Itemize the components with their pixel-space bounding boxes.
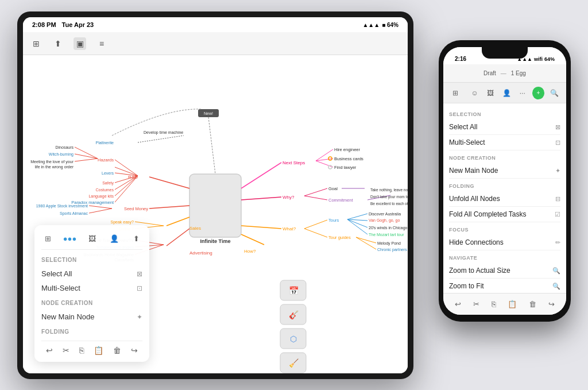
phone-navigate-label: NAVIGATE <box>449 255 560 261</box>
phone-screen: 2:16 ▲▲▲ wifi 64% Draft — 1 Egg ⊞ ☺ 🖼 👤 <box>443 47 566 315</box>
phone-folding-label: FOLDING <box>449 183 560 189</box>
panel-dots-icon[interactable]: ●●● <box>64 232 76 245</box>
phone-zoom-actual-icon: 🔍 <box>552 267 560 275</box>
svg-line-28 <box>304 220 327 229</box>
svg-text:Take nothing, leave not...: Take nothing, leave not... <box>370 188 408 192</box>
select-all-row[interactable]: Select All ⊠ <box>41 267 142 281</box>
svg-text:Why?: Why? <box>283 195 295 200</box>
svg-line-48 <box>75 147 98 159</box>
svg-line-81 <box>241 234 264 245</box>
share-icon[interactable]: ⬆ <box>52 37 64 50</box>
svg-line-36 <box>347 219 368 234</box>
svg-line-65 <box>115 176 138 202</box>
panel-image-icon[interactable]: 🖼 <box>86 232 98 245</box>
svg-line-17 <box>304 188 327 196</box>
panel-share-icon[interactable]: ⬆ <box>130 232 142 245</box>
phone-zoom-actual-row[interactable]: Zoom to Actual Size 🔍 <box>449 263 560 279</box>
phone-more-icon[interactable]: ··· <box>516 87 529 99</box>
new-main-node-row[interactable]: New Main Node ✦ <box>41 310 142 324</box>
nav-separator: — <box>501 70 506 76</box>
grid-icon[interactable]: ⊞ <box>30 37 42 50</box>
svg-text:Meeting the love of your: Meeting the love of your <box>30 160 74 164</box>
undo-icon[interactable]: ↩ <box>46 346 53 355</box>
delete-icon[interactable]: 🗑 <box>113 346 121 355</box>
svg-line-12 <box>316 161 333 167</box>
phone-new-main-node: New Main Node <box>449 167 498 175</box>
multi-select-row[interactable]: Multi-Select ⊡ <box>41 281 142 295</box>
svg-text:Develop time machine: Develop time machine <box>144 130 183 135</box>
phone-grid-icon[interactable]: ⊞ <box>449 87 462 99</box>
svg-text:Don't take your mom to...: Don't take your mom to... <box>370 195 408 199</box>
phone-zoom-actual: Zoom to Actual Size <box>449 267 510 275</box>
phone-multi-select-row[interactable]: Multi-Select ⊡ <box>449 135 560 150</box>
phone-wifi-icon: wifi <box>534 56 543 62</box>
svg-text:Sports Almanac: Sports Almanac <box>60 211 88 216</box>
phone-new-main-node-row[interactable]: New Main Node ✦ <box>449 163 560 179</box>
phone-redo-icon[interactable]: ↪ <box>548 300 555 308</box>
svg-line-67 <box>138 136 184 142</box>
phone-unfold-all-row[interactable]: Unfold All Nodes ⊟ <box>449 191 560 207</box>
phone-delete-icon[interactable]: 🗑 <box>529 300 536 308</box>
phone-notch <box>482 47 528 59</box>
phone-copy-icon[interactable]: ⎘ <box>492 300 496 308</box>
phone-zoom-fit: Zoom to Fit <box>449 282 484 290</box>
svg-text:Costumes: Costumes <box>95 188 114 192</box>
phone-smile-icon[interactable]: ☺ <box>469 87 481 99</box>
svg-text:The Mozart tart tour: The Mozart tart tour <box>369 233 404 237</box>
phone-image-icon[interactable]: 🖼 <box>484 87 497 99</box>
svg-line-52 <box>75 159 98 161</box>
redo-icon[interactable]: ↪ <box>131 346 138 355</box>
copy-icon[interactable]: ⎘ <box>79 346 84 355</box>
phone-person-icon[interactable]: 👤 <box>500 87 513 99</box>
phone-fold-completed-row[interactable]: Fold All Completed Tasks ☑ <box>449 207 560 222</box>
svg-text:Sales: Sales <box>189 226 201 231</box>
svg-text:How?: How? <box>244 249 256 254</box>
phone-node-creation-label: NODE CREATION <box>449 155 560 161</box>
svg-line-4 <box>208 117 215 174</box>
svg-text:Speak easy?: Speak easy? <box>111 220 134 225</box>
multi-select-icon: ⊡ <box>137 284 142 292</box>
svg-text:Dinosaurs: Dinosaurs <box>55 145 74 149</box>
svg-line-83 <box>167 229 189 246</box>
svg-line-42 <box>356 237 376 249</box>
phone-new-node-icon: ✦ <box>555 167 560 175</box>
svg-text:Infinite Time: Infinite Time <box>200 238 231 244</box>
select-all-icon: ⊠ <box>137 270 142 278</box>
sidebar-icon[interactable]: ▣ <box>74 37 86 50</box>
panel-grid-icon[interactable]: ⊞ <box>41 232 54 245</box>
cut-icon[interactable]: ✂ <box>63 346 69 355</box>
phone-unfold-all: Unfold All Nodes <box>449 195 500 203</box>
svg-text:Tours: Tours <box>328 218 339 223</box>
phone-search-icon[interactable]: 🔍 <box>548 87 560 99</box>
tablet-status-bar: 2:08 PM Tue Apr 23 ▲▲▲ ■ 64% <box>23 17 408 32</box>
tablet-status-left: 2:08 PM Tue Apr 23 <box>32 21 94 28</box>
phone-bottom-bar: ↩ ✂ ⎘ 📋 🗑 ↪ <box>443 293 566 315</box>
svg-text:Hazards: Hazards <box>98 157 114 163</box>
svg-text:Commitment: Commitment <box>328 198 353 203</box>
svg-text:Next Steps: Next Steps <box>283 160 305 165</box>
svg-text:Advertising: Advertising <box>189 250 212 256</box>
svg-text:Tour guides: Tour guides <box>328 235 351 240</box>
svg-text:Business cards: Business cards <box>334 156 363 161</box>
paste-icon[interactable]: 📋 <box>94 346 103 355</box>
svg-text:🎸: 🎸 <box>289 310 299 320</box>
phone-cut-icon[interactable]: ✂ <box>473 300 479 308</box>
svg-text:Witch-burning: Witch-burning <box>49 152 74 157</box>
svg-text:Seed Money: Seed Money <box>124 206 148 211</box>
panel-person-icon[interactable]: 👤 <box>108 232 121 245</box>
mindmap-canvas: Infinite Time New! Next Steps Hire engin… <box>23 55 408 373</box>
phone-hide-connections-row[interactable]: Hide Connections ✏ <box>449 235 560 250</box>
phone-select-all-row[interactable]: Select All ⊠ <box>449 119 560 135</box>
phone-undo-icon[interactable]: ↩ <box>455 300 461 308</box>
scene: 2:08 PM Tue Apr 23 ▲▲▲ ■ 64% ⊞ ⬆ ▣ ≡ <box>0 0 588 390</box>
svg-text:1980 Apple Stock investment: 1980 Apple Stock investment <box>36 204 88 208</box>
svg-line-38 <box>304 229 327 237</box>
phone-zoom-fit-row[interactable]: Zoom to Fit 🔍 <box>449 279 560 294</box>
phone-paste-icon[interactable]: 📋 <box>508 300 517 308</box>
svg-text:📅: 📅 <box>289 286 299 296</box>
phone-add-icon[interactable]: + <box>532 87 545 99</box>
list-icon[interactable]: ≡ <box>95 37 108 50</box>
tablet-status-right: ▲▲▲ ■ 64% <box>362 22 399 28</box>
svg-line-71 <box>89 206 112 208</box>
phone-selection-label: SELECTION <box>449 111 560 117</box>
